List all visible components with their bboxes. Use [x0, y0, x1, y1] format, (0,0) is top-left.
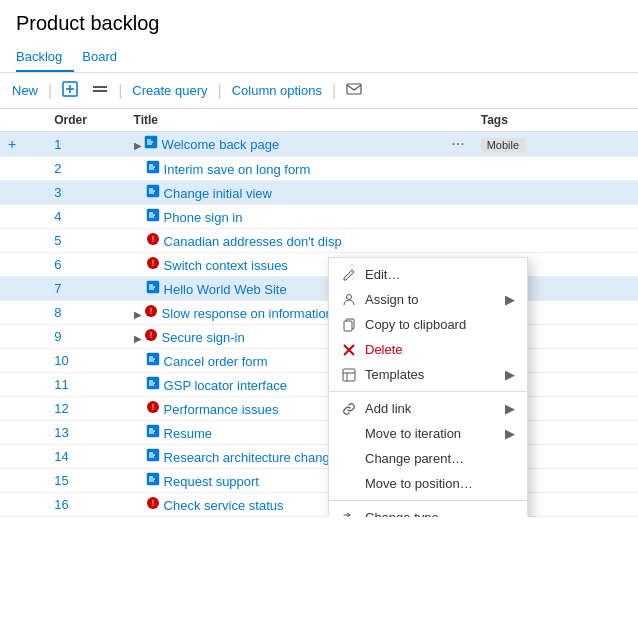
order-cell: 10 — [46, 349, 125, 373]
tab-backlog[interactable]: Backlog — [16, 43, 74, 72]
table-row: 14Research architecture changes — [0, 445, 638, 469]
add-cell — [0, 157, 46, 181]
col-order-header[interactable]: Order — [46, 109, 125, 132]
item-title-link[interactable]: Secure sign-in — [162, 330, 245, 345]
table-row: 11GSP locator interface — [0, 373, 638, 397]
table-row: 10Cancel order form — [0, 349, 638, 373]
svg-rect-5 — [347, 84, 361, 94]
add-cell — [0, 349, 46, 373]
column-options-button[interactable]: Column options — [228, 81, 326, 100]
item-type-icon: ! — [146, 400, 160, 414]
order-cell: 15 — [46, 469, 125, 493]
col-title-header[interactable]: Title — [126, 109, 473, 132]
item-title-link[interactable]: Resume — [164, 426, 212, 441]
more-options-icon[interactable]: ··· — [451, 135, 464, 153]
ctx-label: Templates — [365, 367, 424, 382]
ctx-item-assign-to[interactable]: Assign to▶ — [329, 287, 527, 312]
item-title-link[interactable]: GSP locator interface — [164, 378, 287, 393]
add-cell — [0, 325, 46, 349]
svg-rect-3 — [93, 86, 107, 88]
item-title-link[interactable]: Performance issues — [164, 402, 279, 417]
menu-separator — [329, 391, 527, 392]
col-add-header — [0, 109, 46, 132]
table-row: 4Phone sign in — [0, 205, 638, 229]
add-cell — [0, 397, 46, 421]
ctx-icon — [341, 511, 357, 518]
ctx-item-templates[interactable]: Templates▶ — [329, 362, 527, 387]
svg-text:!: ! — [149, 306, 152, 316]
item-type-icon: ! — [146, 496, 160, 510]
order-cell: 8 — [46, 301, 125, 325]
item-type-icon — [146, 184, 160, 198]
item-title-link[interactable]: Cancel order form — [164, 354, 268, 369]
item-title-link[interactable]: Phone sign in — [164, 210, 243, 225]
tab-board[interactable]: Board — [82, 43, 129, 72]
ctx-item-move-to-position-[interactable]: Move to position… — [329, 471, 527, 496]
item-title-link[interactable]: Interim save on long form — [164, 162, 311, 177]
table-row: +1▶Welcome back page···Mobile — [0, 132, 638, 157]
submenu-arrow-icon: ▶ — [505, 401, 515, 416]
item-title-link[interactable]: Check service status — [164, 498, 284, 513]
table-container: Order Title Tags +1▶Welcome back page···… — [0, 109, 638, 517]
tags-cell — [473, 205, 638, 229]
ctx-icon — [341, 402, 357, 416]
table-row: 15Request support — [0, 469, 638, 493]
col-tags-header[interactable]: Tags — [473, 109, 638, 132]
add-child-button[interactable] — [58, 79, 82, 102]
ctx-icon — [341, 318, 357, 332]
order-cell: 2 — [46, 157, 125, 181]
ctx-label: Change parent… — [365, 451, 464, 466]
expand-icon[interactable]: ▶ — [134, 140, 142, 151]
table-row: 9▶!Secure sign-in — [0, 325, 638, 349]
title-cell: !Canadian addresses don't disp — [126, 229, 473, 253]
order-cell: 9 — [46, 325, 125, 349]
ctx-icon — [341, 268, 357, 282]
item-type-icon — [146, 448, 160, 462]
create-query-button[interactable]: Create query — [128, 81, 211, 100]
item-title-link[interactable]: Switch context issues — [164, 258, 288, 273]
svg-text:!: ! — [151, 234, 154, 244]
ctx-icon — [341, 343, 357, 357]
add-row-icon[interactable]: + — [8, 136, 16, 152]
item-type-icon: ! — [146, 232, 160, 246]
expand-collapse-button[interactable] — [88, 79, 112, 102]
svg-rect-63 — [343, 369, 355, 381]
item-type-icon — [146, 424, 160, 438]
table-row: 2Interim save on long form — [0, 157, 638, 181]
ctx-item-copy-to-clipboard[interactable]: Copy to clipboard — [329, 312, 527, 337]
item-title-link[interactable]: Research architecture changes — [164, 450, 344, 465]
ctx-item-delete[interactable]: Delete — [329, 337, 527, 362]
ctx-icon — [341, 368, 357, 382]
new-button[interactable]: New — [8, 81, 42, 100]
order-cell: 14 — [46, 445, 125, 469]
email-icon — [346, 81, 362, 100]
expand-icon[interactable]: ▶ — [134, 333, 142, 344]
item-title-link[interactable]: Request support — [164, 474, 259, 489]
tag-badge: Mobile — [481, 138, 525, 152]
item-title-link[interactable]: Welcome back page — [162, 137, 280, 152]
backlog-table: Order Title Tags +1▶Welcome back page···… — [0, 109, 638, 517]
item-title-link[interactable]: Canadian addresses don't disp — [164, 234, 342, 249]
item-title-link[interactable]: Slow response on information — [162, 306, 333, 321]
item-title-link[interactable]: Hello World Web Site — [164, 282, 287, 297]
svg-text:!: ! — [149, 330, 152, 340]
ctx-item-move-to-iteration[interactable]: Move to iteration▶ — [329, 421, 527, 446]
submenu-arrow-icon: ▶ — [505, 367, 515, 382]
ctx-item-change-parent-[interactable]: Change parent… — [329, 446, 527, 471]
ctx-item-change-type-[interactable]: Change type… — [329, 505, 527, 517]
email-button[interactable] — [342, 79, 366, 102]
item-type-icon: ! — [146, 256, 160, 270]
order-cell: 7 — [46, 277, 125, 301]
item-title-link[interactable]: Change initial view — [164, 186, 272, 201]
svg-text:!: ! — [151, 258, 154, 268]
svg-rect-60 — [344, 321, 352, 331]
ctx-item-edit-[interactable]: Edit… — [329, 262, 527, 287]
expand-icon[interactable]: ▶ — [134, 309, 142, 320]
add-cell — [0, 181, 46, 205]
ctx-label: Change type… — [365, 510, 452, 517]
ctx-item-add-link[interactable]: Add link▶ — [329, 396, 527, 421]
add-cell — [0, 469, 46, 493]
order-cell: 4 — [46, 205, 125, 229]
svg-text:!: ! — [151, 498, 154, 508]
table-row: 3Change initial view — [0, 181, 638, 205]
